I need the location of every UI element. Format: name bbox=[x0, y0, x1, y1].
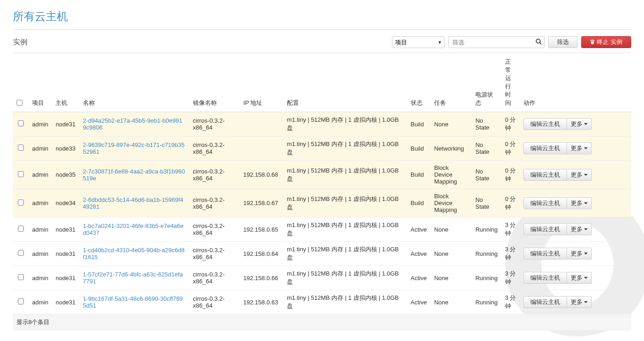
col-uptime: 正常运行时间 bbox=[501, 53, 520, 112]
cell-actions: 编辑云主机 更多 bbox=[520, 242, 631, 266]
edit-instance-button[interactable]: 编辑云主机 bbox=[523, 248, 567, 260]
col-ip: IP 地址 bbox=[240, 53, 283, 112]
caret-down-icon bbox=[584, 253, 588, 254]
filter-button[interactable]: 筛选 bbox=[548, 36, 578, 48]
cell-ip: 192.158.0.66 bbox=[240, 266, 283, 290]
instance-link[interactable]: 2-9639c719-897e-492c-b171-c719b3552961 bbox=[83, 141, 185, 155]
row-checkbox[interactable] bbox=[18, 200, 24, 206]
cell-host: node31 bbox=[52, 266, 79, 290]
header-checkbox-cell bbox=[13, 53, 28, 112]
cell-config: m1.tiny | 512MB 内存 | 1 虚拟内核 | 1.0GB 盘 bbox=[283, 161, 407, 189]
edit-instance-button[interactable]: 编辑云主机 bbox=[523, 118, 567, 130]
cell-host: node31 bbox=[52, 290, 79, 314]
instances-table: 项目 主机 名称 镜像名称 IP 地址 配置 状态 任务 电源状态 正常运行时间… bbox=[13, 53, 631, 330]
more-actions-button[interactable]: 更多 bbox=[567, 197, 592, 209]
more-actions-button[interactable]: 更多 bbox=[567, 169, 592, 181]
search-input[interactable] bbox=[448, 36, 545, 48]
more-actions-button[interactable]: 更多 bbox=[567, 296, 592, 308]
cell-power: Running bbox=[472, 290, 501, 314]
caret-down-icon bbox=[584, 147, 588, 149]
cell-ip: 192.158.0.68 bbox=[240, 161, 283, 189]
col-actions: 动作 bbox=[520, 53, 631, 112]
caret-down-icon bbox=[584, 123, 588, 125]
cell-config: m1.tiny | 512MB 内存 | 1 虚拟内核 | 1.0GB 盘 bbox=[283, 217, 407, 242]
edit-instance-button[interactable]: 编辑云主机 bbox=[523, 296, 567, 308]
row-checkbox[interactable] bbox=[18, 226, 24, 232]
cell-project: admin bbox=[28, 242, 52, 266]
row-checkbox[interactable] bbox=[18, 120, 24, 126]
cell-image: cirros-0.3.2-x86_64 bbox=[189, 161, 240, 189]
instance-link[interactable]: 1-9bc167df-5a31-48c6-8690-30cff7695d51 bbox=[83, 295, 183, 309]
cell-status: Active bbox=[407, 242, 430, 266]
more-actions-button[interactable]: 更多 bbox=[567, 118, 592, 130]
select-all-checkbox[interactable] bbox=[17, 100, 22, 106]
instance-link[interactable]: 1-bc7a0241-3201-46fe-83b5-e7e4a6ed0437 bbox=[83, 222, 184, 236]
cell-uptime: 0 分钟 bbox=[501, 136, 520, 161]
cell-config: m1.tiny | 512MB 内存 | 1 虚拟内核 | 1.0GB 盘 bbox=[283, 112, 407, 136]
table-row: admin node35 2-7c30871f-6e88-4aa2-a9ca-b… bbox=[13, 161, 631, 189]
instance-link[interactable]: 2-7c30871f-6e88-4aa2-a9ca-b3f1b960519e bbox=[83, 168, 185, 182]
row-checkbox[interactable] bbox=[18, 250, 24, 256]
edit-instance-button[interactable]: 编辑云主机 bbox=[523, 272, 567, 284]
actions-bar: 项目 ▼ 筛选 终止 实例 bbox=[392, 36, 631, 48]
cell-config: m1.tiny | 512MB 内存 | 1 虚拟内核 | 1.0GB 盘 bbox=[283, 189, 407, 217]
cell-task: None bbox=[430, 290, 472, 314]
cell-host: node34 bbox=[52, 189, 79, 217]
cell-power: No State bbox=[472, 136, 501, 161]
caret-down-icon bbox=[584, 228, 588, 230]
cell-status: Active bbox=[407, 266, 430, 290]
edit-instance-button[interactable]: 编辑云主机 bbox=[523, 142, 567, 154]
cell-name: 1-bc7a0241-3201-46fe-83b5-e7e4a6ed0437 bbox=[79, 217, 189, 242]
cell-status: Active bbox=[407, 217, 430, 242]
cell-host: node33 bbox=[52, 136, 79, 161]
instance-link[interactable]: 1-cd40b2cd-4310-4e05-904b-a29c6d8f1615 bbox=[83, 247, 185, 260]
table-row: admin node31 1-cd40b2cd-4310-4e05-904b-a… bbox=[13, 242, 631, 266]
caret-down-icon bbox=[584, 277, 588, 279]
cell-config: m1.tiny | 512MB 内存 | 1 虚拟内核 | 1.0GB 盘 bbox=[283, 136, 407, 161]
row-checkbox[interactable] bbox=[18, 171, 24, 177]
col-image: 镜像名称 bbox=[189, 53, 240, 112]
table-row: admin node34 2-6dbddc53-5c14-46d6-ba1b-1… bbox=[13, 189, 631, 217]
instance-link[interactable]: 1-57cf2e71-77d6-4bfc-a63c-625d1efa7791 bbox=[83, 271, 183, 285]
cell-task: None bbox=[430, 112, 472, 136]
cell-actions: 编辑云主机 更多 bbox=[520, 189, 631, 217]
cell-host: node31 bbox=[52, 242, 79, 266]
more-actions-button[interactable]: 更多 bbox=[567, 223, 592, 235]
cell-ip: 192.158.0.63 bbox=[240, 290, 283, 314]
cell-project: admin bbox=[28, 189, 52, 217]
col-task: 任务 bbox=[430, 53, 472, 112]
table-title: 实例 bbox=[13, 38, 28, 47]
edit-instance-button[interactable]: 编辑云主机 bbox=[523, 223, 567, 235]
cell-project: admin bbox=[28, 112, 52, 136]
cell-task: None bbox=[430, 242, 472, 266]
more-actions-button[interactable]: 更多 bbox=[567, 272, 592, 284]
instance-link[interactable]: 2-d94a25b2-e17a-45b5-9eb1-b0e9919c9806 bbox=[83, 117, 182, 131]
cell-ip bbox=[240, 112, 283, 136]
row-checkbox[interactable] bbox=[18, 274, 24, 280]
cell-power: Running bbox=[472, 266, 501, 290]
terminate-label: 终止 实例 bbox=[597, 38, 622, 46]
instance-link[interactable]: 2-6dbddc53-5c14-46d6-ba1b-15969f449281 bbox=[83, 196, 183, 210]
cell-power: Running bbox=[472, 217, 501, 242]
cell-actions: 编辑云主机 更多 bbox=[520, 112, 631, 136]
cell-task: Networking bbox=[430, 136, 472, 161]
edit-instance-button[interactable]: 编辑云主机 bbox=[523, 197, 567, 209]
header-row: 项目 主机 名称 镜像名称 IP 地址 配置 状态 任务 电源状态 正常运行时间… bbox=[13, 53, 631, 112]
trash-icon bbox=[590, 39, 595, 46]
edit-instance-button[interactable]: 编辑云主机 bbox=[523, 169, 567, 181]
cell-ip: 192.158.0.65 bbox=[240, 217, 283, 242]
more-actions-button[interactable]: 更多 bbox=[567, 248, 592, 260]
more-actions-button[interactable]: 更多 bbox=[567, 142, 592, 154]
filter-select[interactable]: 项目 bbox=[392, 36, 445, 48]
cell-host: node31 bbox=[52, 217, 79, 242]
row-checkbox[interactable] bbox=[18, 298, 24, 304]
cell-name: 2-9639c719-897e-492c-b171-c719b3552961 bbox=[79, 136, 189, 161]
cell-task: None bbox=[430, 217, 472, 242]
row-checkbox[interactable] bbox=[18, 145, 24, 151]
cell-ip: 192.158.0.67 bbox=[240, 189, 283, 217]
cell-image: cirros-0.3.2-x86_64 bbox=[189, 290, 240, 314]
caret-down-icon bbox=[584, 301, 588, 303]
cell-power: No State bbox=[472, 161, 501, 189]
cell-project: admin bbox=[28, 217, 52, 242]
terminate-button[interactable]: 终止 实例 bbox=[581, 36, 631, 48]
